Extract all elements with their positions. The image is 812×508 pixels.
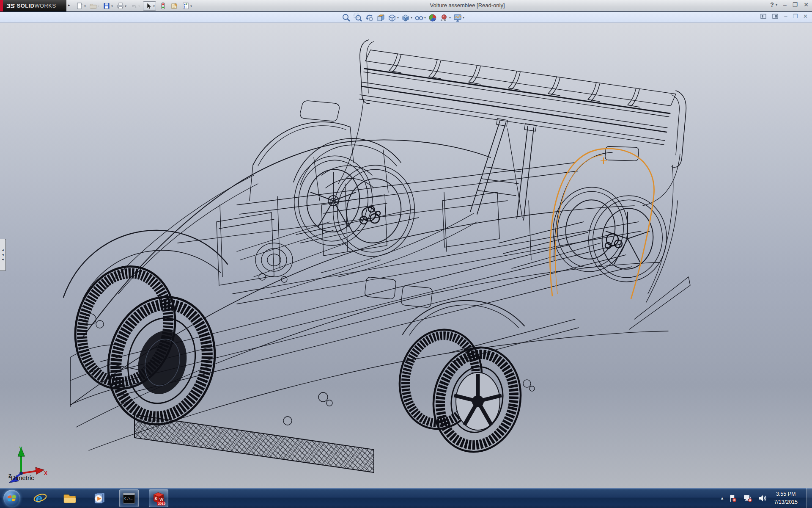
brand-red-strip xyxy=(0,0,3,11)
taskbar-command-prompt[interactable]: C:\_ xyxy=(119,489,139,507)
triad-y-label: Y xyxy=(19,446,22,452)
section-view-button[interactable] xyxy=(376,13,385,22)
network-status-icon[interactable] xyxy=(743,494,753,503)
selection-highlight xyxy=(550,149,654,299)
apply-scene-dropdown[interactable]: ▾ xyxy=(449,16,451,19)
zoom-to-area-button[interactable] xyxy=(353,13,362,22)
new-document-icon xyxy=(75,2,84,10)
window-buttons: ? ▾ – ❐ ✕ xyxy=(770,1,809,8)
dock-right-icon[interactable] xyxy=(772,14,779,19)
options-button[interactable]: ▾ xyxy=(181,2,192,10)
help-button[interactable]: ? xyxy=(770,1,774,8)
save-button[interactable]: ▾ xyxy=(102,2,113,10)
panel-collapse-icon: ◂ xyxy=(2,253,3,257)
clock-time: 3:55 PM xyxy=(774,490,798,498)
taskbar-windows-explorer[interactable] xyxy=(60,489,80,507)
undo-dropdown: ▾ xyxy=(138,4,140,8)
menu-expand-icon[interactable]: ▸ xyxy=(68,3,70,7)
svg-text:2015: 2015 xyxy=(158,502,165,505)
feature-manager-collapsed-tab[interactable]: ◂ ◂ ◂ xyxy=(0,239,6,271)
close-button[interactable]: ✕ xyxy=(804,1,809,8)
display-style-button[interactable]: ▾ xyxy=(401,13,412,22)
taskbar-solidworks[interactable]: S W 2015 xyxy=(149,489,168,507)
wheel-rear-left xyxy=(391,322,530,460)
print-icon xyxy=(116,2,124,10)
ribbon-row: ▾ ▾ ▾ ▾ ▾ xyxy=(0,12,812,23)
windows-taskbar: e C:\_ S W 2015 xyxy=(0,488,812,508)
select-dropdown[interactable]: ▾ xyxy=(153,4,155,8)
view-orientation-icon xyxy=(387,13,397,22)
previous-view-button[interactable] xyxy=(365,13,374,22)
view-settings-dropdown[interactable]: ▾ xyxy=(463,16,464,19)
new-dropdown[interactable]: ▾ xyxy=(84,4,86,8)
display-style-dropdown[interactable]: ▾ xyxy=(411,16,412,19)
apply-scene-button[interactable]: ▾ xyxy=(439,13,451,22)
title-bar: ЗS SOLIDWORKS ▸ Voiture assemblee [Read-… xyxy=(0,0,812,11)
hide-show-dropdown[interactable]: ▾ xyxy=(424,16,426,19)
options-dropdown[interactable]: ▾ xyxy=(190,4,192,8)
rebuild-stoplight-button[interactable] xyxy=(159,2,167,10)
edit-appearance-button[interactable] xyxy=(428,13,437,22)
view-orientation-button[interactable]: ▾ xyxy=(387,13,399,22)
hide-show-items-button[interactable]: ▾ xyxy=(414,13,426,22)
clock-date: 7/13/2015 xyxy=(774,498,798,506)
zoom-to-fit-icon xyxy=(342,13,351,22)
view-orientation-status: *Dimetric xyxy=(8,474,34,481)
heads-up-toolbar: ▾ ▾ ▾ ▾ ▾ xyxy=(342,13,466,22)
media-player-icon xyxy=(93,491,106,505)
folder-icon xyxy=(63,492,77,504)
taskbar-internet-explorer[interactable]: e xyxy=(30,489,50,507)
undo-button[interactable]: ▾ xyxy=(129,2,140,10)
dock-left-icon[interactable] xyxy=(760,14,767,19)
doc-minimize-button[interactable]: – xyxy=(784,13,787,19)
show-desktop-button[interactable] xyxy=(806,488,812,508)
view-settings-monitor-icon xyxy=(453,13,462,22)
document-window-controls: – ❐ ✕ xyxy=(760,13,808,19)
print-dropdown[interactable]: ▾ xyxy=(125,4,126,8)
apply-scene-icon xyxy=(439,13,449,22)
new-document-button[interactable]: ▾ xyxy=(75,2,86,10)
wheel-front-left xyxy=(63,256,228,436)
restore-button[interactable]: ❐ xyxy=(793,1,798,8)
file-properties-button[interactable] xyxy=(170,2,178,10)
taskbar-clock[interactable]: 3:55 PM 7/13/2015 xyxy=(774,490,798,505)
wireframe-car-model xyxy=(0,23,812,488)
tray-expand-icon[interactable]: ▴ xyxy=(721,495,724,501)
solidworks-logo: ЗS SOLIDWORKS xyxy=(3,0,66,11)
undo-icon xyxy=(129,2,138,10)
view-settings-button[interactable]: ▾ xyxy=(453,13,464,22)
properties-note-icon xyxy=(170,2,178,10)
action-center-flag-icon[interactable] xyxy=(728,494,738,503)
doc-restore-button[interactable]: ❐ xyxy=(793,13,798,19)
brand-name-solid: SOLID xyxy=(17,3,35,9)
svg-text:C:\_: C:\_ xyxy=(124,497,132,500)
main-toolbar: ▾ ▾ ▾ ▾ ▾ ▾ xyxy=(75,1,195,11)
save-dropdown[interactable]: ▾ xyxy=(111,4,113,8)
taskbar-media-player[interactable] xyxy=(90,489,109,507)
view-orientation-dropdown[interactable]: ▾ xyxy=(397,16,399,19)
doc-close-button[interactable]: ✕ xyxy=(803,13,808,19)
select-cursor-icon xyxy=(144,2,153,10)
panel-collapse-icon: ◂ xyxy=(2,248,3,252)
system-tray: ▴ 3:55 PM 7/ xyxy=(721,488,812,508)
zoom-to-area-icon xyxy=(353,13,362,22)
appearance-ball-icon xyxy=(428,13,437,22)
print-button[interactable]: ▾ xyxy=(116,2,126,10)
svg-text:S: S xyxy=(154,496,157,501)
zoom-to-fit-button[interactable] xyxy=(342,13,351,22)
select-tool-button[interactable]: ▾ xyxy=(143,1,156,11)
windows-flag-icon xyxy=(6,493,17,504)
options-checklist-icon xyxy=(181,2,190,10)
minimize-button[interactable]: – xyxy=(783,1,787,8)
previous-view-icon xyxy=(365,13,374,22)
eyeglasses-icon xyxy=(414,13,424,22)
wheel-front-right xyxy=(288,151,420,262)
start-button[interactable] xyxy=(3,490,20,507)
brand-name-works: WORKS xyxy=(34,3,56,9)
display-style-icon xyxy=(401,13,410,22)
help-dropdown[interactable]: ▾ xyxy=(776,3,777,7)
volume-icon[interactable] xyxy=(758,494,767,503)
svg-text:W: W xyxy=(159,497,163,502)
graphics-area[interactable]: ◂ ◂ ◂ Y X Z *Dimetric xyxy=(0,23,812,488)
open-document-button[interactable]: ▾ xyxy=(89,2,99,10)
